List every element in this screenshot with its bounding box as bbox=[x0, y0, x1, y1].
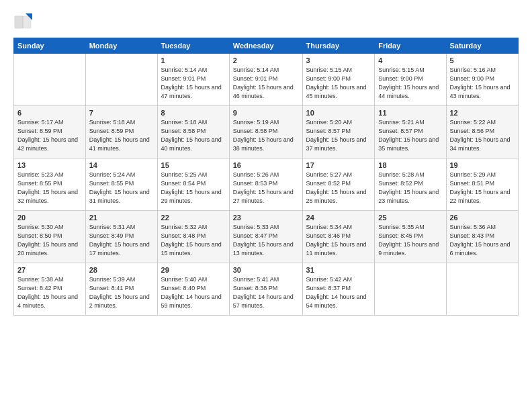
day-number: 6 bbox=[17, 109, 82, 117]
day-info: Sunrise: 5:15 AM Sunset: 9:00 PM Dayligh… bbox=[378, 66, 442, 101]
day-info: Sunrise: 5:36 AM Sunset: 8:43 PM Dayligh… bbox=[450, 223, 515, 258]
day-number: 3 bbox=[306, 56, 371, 64]
day-info: Sunrise: 5:18 AM Sunset: 8:59 PM Dayligh… bbox=[89, 118, 154, 153]
day-number: 5 bbox=[450, 56, 515, 64]
day-number: 14 bbox=[89, 161, 154, 169]
svg-rect-2 bbox=[15, 16, 23, 28]
day-cell: 1Sunrise: 5:14 AM Sunset: 9:01 PM Daylig… bbox=[157, 54, 229, 106]
header-sunday: Sunday bbox=[14, 38, 86, 54]
logo-icon bbox=[13, 12, 32, 31]
day-info: Sunrise: 5:42 AM Sunset: 8:37 PM Dayligh… bbox=[306, 275, 371, 310]
calendar-table: SundayMondayTuesdayWednesdayThursdayFrid… bbox=[13, 38, 519, 316]
day-number: 7 bbox=[89, 109, 154, 117]
day-cell: 3Sunrise: 5:15 AM Sunset: 9:00 PM Daylig… bbox=[302, 54, 375, 106]
day-info: Sunrise: 5:22 AM Sunset: 8:56 PM Dayligh… bbox=[450, 118, 515, 153]
day-info: Sunrise: 5:27 AM Sunset: 8:52 PM Dayligh… bbox=[306, 171, 371, 205]
day-info: Sunrise: 5:31 AM Sunset: 8:49 PM Dayligh… bbox=[89, 223, 154, 258]
header-wednesday: Wednesday bbox=[229, 38, 302, 54]
day-cell: 17Sunrise: 5:27 AM Sunset: 8:52 PM Dayli… bbox=[302, 158, 375, 211]
day-number: 24 bbox=[306, 214, 371, 222]
day-info: Sunrise: 5:26 AM Sunset: 8:53 PM Dayligh… bbox=[233, 171, 299, 205]
day-number: 18 bbox=[378, 161, 442, 169]
day-info: Sunrise: 5:24 AM Sunset: 8:55 PM Dayligh… bbox=[89, 171, 154, 205]
day-info: Sunrise: 5:29 AM Sunset: 8:51 PM Dayligh… bbox=[450, 171, 515, 205]
day-cell: 18Sunrise: 5:28 AM Sunset: 8:52 PM Dayli… bbox=[375, 158, 446, 211]
day-cell: 5Sunrise: 5:16 AM Sunset: 9:00 PM Daylig… bbox=[446, 54, 519, 106]
header-saturday: Saturday bbox=[446, 38, 519, 54]
day-cell: 8Sunrise: 5:18 AM Sunset: 8:58 PM Daylig… bbox=[157, 106, 229, 158]
day-number: 27 bbox=[17, 266, 82, 274]
day-number: 8 bbox=[161, 109, 226, 117]
day-info: Sunrise: 5:14 AM Sunset: 9:01 PM Dayligh… bbox=[233, 66, 299, 101]
day-cell: 14Sunrise: 5:24 AM Sunset: 8:55 PM Dayli… bbox=[85, 158, 157, 211]
page-header bbox=[13, 12, 519, 31]
day-cell: 31Sunrise: 5:42 AM Sunset: 8:37 PM Dayli… bbox=[302, 263, 375, 316]
day-cell: 28Sunrise: 5:39 AM Sunset: 8:41 PM Dayli… bbox=[85, 263, 157, 316]
week-row-5: 27Sunrise: 5:38 AM Sunset: 8:42 PM Dayli… bbox=[14, 263, 519, 316]
day-number: 16 bbox=[233, 161, 299, 169]
day-info: Sunrise: 5:19 AM Sunset: 8:58 PM Dayligh… bbox=[233, 118, 299, 153]
header-monday: Monday bbox=[85, 38, 157, 54]
day-cell: 6Sunrise: 5:17 AM Sunset: 8:59 PM Daylig… bbox=[14, 106, 86, 158]
day-info: Sunrise: 5:28 AM Sunset: 8:52 PM Dayligh… bbox=[378, 171, 442, 205]
day-number: 30 bbox=[233, 266, 299, 274]
week-row-1: 1Sunrise: 5:14 AM Sunset: 9:01 PM Daylig… bbox=[14, 54, 519, 106]
day-info: Sunrise: 5:15 AM Sunset: 9:00 PM Dayligh… bbox=[306, 66, 371, 101]
day-info: Sunrise: 5:40 AM Sunset: 8:40 PM Dayligh… bbox=[161, 275, 226, 310]
day-number: 31 bbox=[306, 266, 371, 274]
header-row: SundayMondayTuesdayWednesdayThursdayFrid… bbox=[14, 38, 519, 54]
day-cell: 7Sunrise: 5:18 AM Sunset: 8:59 PM Daylig… bbox=[85, 106, 157, 158]
calendar-page: SundayMondayTuesdayWednesdayThursdayFrid… bbox=[0, 0, 532, 411]
day-cell: 21Sunrise: 5:31 AM Sunset: 8:49 PM Dayli… bbox=[85, 211, 157, 263]
day-cell: 13Sunrise: 5:23 AM Sunset: 8:55 PM Dayli… bbox=[14, 158, 86, 211]
day-info: Sunrise: 5:23 AM Sunset: 8:55 PM Dayligh… bbox=[17, 171, 82, 205]
day-info: Sunrise: 5:21 AM Sunset: 8:57 PM Dayligh… bbox=[378, 118, 442, 153]
day-number: 19 bbox=[450, 161, 515, 169]
logo bbox=[13, 12, 35, 31]
day-number: 15 bbox=[161, 161, 226, 169]
day-info: Sunrise: 5:30 AM Sunset: 8:50 PM Dayligh… bbox=[17, 223, 82, 258]
day-cell: 27Sunrise: 5:38 AM Sunset: 8:42 PM Dayli… bbox=[14, 263, 86, 316]
day-info: Sunrise: 5:17 AM Sunset: 8:59 PM Dayligh… bbox=[17, 118, 82, 153]
week-row-3: 13Sunrise: 5:23 AM Sunset: 8:55 PM Dayli… bbox=[14, 158, 519, 211]
day-number: 22 bbox=[161, 214, 226, 222]
day-cell: 15Sunrise: 5:25 AM Sunset: 8:54 PM Dayli… bbox=[157, 158, 229, 211]
day-number: 21 bbox=[89, 214, 154, 222]
day-info: Sunrise: 5:35 AM Sunset: 8:45 PM Dayligh… bbox=[378, 223, 442, 258]
day-number: 2 bbox=[233, 56, 299, 64]
day-cell: 9Sunrise: 5:19 AM Sunset: 8:58 PM Daylig… bbox=[229, 106, 302, 158]
day-number: 29 bbox=[161, 266, 226, 274]
day-cell bbox=[85, 54, 157, 106]
week-row-4: 20Sunrise: 5:30 AM Sunset: 8:50 PM Dayli… bbox=[14, 211, 519, 263]
day-info: Sunrise: 5:25 AM Sunset: 8:54 PM Dayligh… bbox=[161, 171, 226, 205]
day-cell: 22Sunrise: 5:32 AM Sunset: 8:48 PM Dayli… bbox=[157, 211, 229, 263]
day-info: Sunrise: 5:41 AM Sunset: 8:38 PM Dayligh… bbox=[233, 275, 299, 310]
day-info: Sunrise: 5:38 AM Sunset: 8:42 PM Dayligh… bbox=[17, 275, 82, 310]
week-row-2: 6Sunrise: 5:17 AM Sunset: 8:59 PM Daylig… bbox=[14, 106, 519, 158]
day-info: Sunrise: 5:32 AM Sunset: 8:48 PM Dayligh… bbox=[161, 223, 226, 258]
day-number: 1 bbox=[161, 56, 226, 64]
header-friday: Friday bbox=[375, 38, 446, 54]
day-number: 17 bbox=[306, 161, 371, 169]
day-number: 25 bbox=[378, 214, 442, 222]
day-info: Sunrise: 5:20 AM Sunset: 8:57 PM Dayligh… bbox=[306, 118, 371, 153]
day-number: 13 bbox=[17, 161, 82, 169]
day-cell bbox=[14, 54, 86, 106]
day-cell: 20Sunrise: 5:30 AM Sunset: 8:50 PM Dayli… bbox=[14, 211, 86, 263]
day-number: 11 bbox=[378, 109, 442, 117]
day-cell: 26Sunrise: 5:36 AM Sunset: 8:43 PM Dayli… bbox=[446, 211, 519, 263]
day-info: Sunrise: 5:18 AM Sunset: 8:58 PM Dayligh… bbox=[161, 118, 226, 153]
day-cell: 23Sunrise: 5:33 AM Sunset: 8:47 PM Dayli… bbox=[229, 211, 302, 263]
day-number: 23 bbox=[233, 214, 299, 222]
day-number: 20 bbox=[17, 214, 82, 222]
day-cell: 30Sunrise: 5:41 AM Sunset: 8:38 PM Dayli… bbox=[229, 263, 302, 316]
day-info: Sunrise: 5:33 AM Sunset: 8:47 PM Dayligh… bbox=[233, 223, 299, 258]
day-cell: 4Sunrise: 5:15 AM Sunset: 9:00 PM Daylig… bbox=[375, 54, 446, 106]
day-cell: 16Sunrise: 5:26 AM Sunset: 8:53 PM Dayli… bbox=[229, 158, 302, 211]
header-thursday: Thursday bbox=[302, 38, 375, 54]
day-number: 4 bbox=[378, 56, 442, 64]
day-number: 26 bbox=[450, 214, 515, 222]
day-number: 12 bbox=[450, 109, 515, 117]
day-cell: 11Sunrise: 5:21 AM Sunset: 8:57 PM Dayli… bbox=[375, 106, 446, 158]
header-tuesday: Tuesday bbox=[157, 38, 229, 54]
